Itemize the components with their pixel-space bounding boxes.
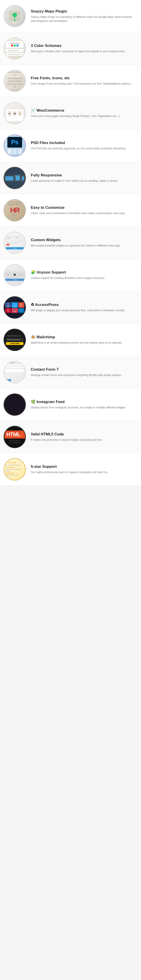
thumb-mailchimp: We promise no... EMAIL ADDRESS SUBSCRIBE: [3, 329, 26, 351]
feature-content-psd: PSD Files included The PSD files are per…: [31, 141, 136, 151]
feature-title-html5: Valid HTML5 Code: [31, 432, 136, 436]
thumb-colors: Select Color Site Background Sidebar Bac…: [3, 37, 26, 60]
feature-desc-contact: Manage contact forms and customize every…: [31, 373, 136, 377]
feature-desc-fonts: Only Google Fonts are being used, Font A…: [31, 82, 136, 86]
feature-desc-psd: The PSD files are perfectly organized, s…: [31, 146, 136, 151]
feature-title-mailchimp: 🐵 Mailchimp: [31, 335, 136, 339]
feature-item-snazzy: Snazzy Maps Plugin Snazzy Maps Plugin is…: [0, 0, 141, 32]
feature-item-unyson: ⊞ ⬛ ✱ + Apply 🧩 Unyson Support Unyson su…: [0, 259, 141, 291]
feature-item-fonts: yummy awards make tons trew for th Site …: [0, 65, 141, 97]
thumb-support: ★★★★★ for Customer Support... ★★★★★ Agen…: [3, 458, 26, 480]
feature-desc-responsive: Looks awesome no matter if Your visitors…: [31, 179, 136, 183]
feature-item-contact: contact form Send Contact Form 7 Manage …: [0, 356, 141, 388]
feature-item-woo: 🛒 WooCommerce There are 6 shop pages (in…: [0, 97, 141, 129]
thumb-widgets: Archive price Blog Display Your Feed tag…: [3, 232, 26, 254]
thumb-access: f3.5K t2.1K g+15.1 ▶4.6K 📷4.4K in4.1: [3, 296, 26, 319]
feature-desc-access: WP plugin to display your social account…: [31, 309, 136, 312]
feature-title-widgets: Custom Widgets: [31, 238, 136, 242]
thumb-html5: HTML5 colorful code ondark background: [3, 426, 26, 448]
feature-title-contact: Contact Form 7: [31, 367, 136, 372]
thumb-instagram: [3, 393, 26, 416]
feature-title-unyson: 🧩 Unyson Support: [31, 270, 136, 275]
feature-content-customize: Easy to Customize Clean, valid, well com…: [31, 205, 136, 215]
feature-content-woo: 🛒 WooCommerce There are 6 shop pages (in…: [31, 108, 136, 118]
feature-desc-instagram: Display photos from Instagram accounts, …: [31, 406, 136, 409]
feature-content-support: 5-star Support Our highly professional t…: [31, 465, 136, 474]
feature-desc-widgets: We created beautiful widgets to represen…: [31, 243, 136, 248]
feature-title-instagram: 🌿 Instagram Feed: [31, 400, 136, 404]
svg-point-15: [13, 113, 16, 115]
feature-desc-snazzy: Snazzy Maps Plugin is a repository of di…: [31, 15, 136, 23]
feature-desc-unyson: Unyson support for creating beautiful cu…: [31, 276, 136, 280]
feature-content-responsive: Fully Responsive Looks awesome no matter…: [31, 173, 136, 183]
feature-title-access: ♻ AccessPress: [31, 302, 136, 307]
feature-title-customize: Easy to Customize: [31, 205, 136, 210]
feature-item-customize: A logo image that appears at th... HR AG…: [0, 194, 141, 227]
feature-content-html5: Valid HTML5 Code It makes site promotion…: [31, 432, 136, 442]
thumb-fonts: yummy awards make tons trew for th Site …: [3, 70, 26, 92]
feature-title-woo: 🛒 WooCommerce: [31, 108, 136, 113]
feature-content-unyson: 🧩 Unyson Support Unyson support for crea…: [31, 270, 136, 280]
thumb-woo: [3, 102, 26, 124]
feature-title-support: 5-star Support: [31, 465, 136, 469]
feature-content-contact: Contact Form 7 Manage contact forms and …: [31, 367, 136, 377]
feature-title-colors: 3 Color Schemes: [31, 43, 136, 48]
feature-content-snazzy: Snazzy Maps Plugin Snazzy Maps Plugin is…: [31, 9, 136, 23]
svg-point-2: [13, 13, 17, 17]
feature-title-responsive: Fully Responsive: [31, 173, 136, 178]
svg-point-4: [14, 20, 16, 21]
feature-content-access: ♻ AccessPress WP plugin to display your …: [31, 302, 136, 312]
thumb-customize: A logo image that appears at th... HR AG…: [3, 199, 26, 221]
feature-desc-woo: There are 6 shop pages (including Single…: [31, 114, 136, 118]
feature-list: Snazzy Maps Plugin Snazzy Maps Plugin is…: [0, 0, 141, 486]
feature-item-instagram: 🌿 Instagram Feed Display photos from Ins…: [0, 388, 141, 421]
feature-content-instagram: 🌿 Instagram Feed Display photos from Ins…: [31, 400, 136, 409]
feature-desc-colors: We've got a flexible color customizer to…: [31, 49, 136, 53]
thumb-psd: Ps: [3, 134, 26, 157]
feature-item-colors: Select Color Site Background Sidebar Bac…: [0, 32, 141, 65]
feature-item-mailchimp: We promise no... EMAIL ADDRESS SUBSCRIBE…: [0, 324, 141, 356]
svg-point-16: [19, 113, 21, 115]
thumb-responsive: [3, 167, 26, 189]
feature-item-access: f3.5K t2.1K g+15.1 ▶4.6K 📷4.4K in4.1 ♻ A…: [0, 291, 141, 324]
feature-item-support: ★★★★★ for Customer Support... ★★★★★ Agen…: [0, 453, 141, 486]
feature-item-widgets: Archive price Blog Display Your Feed tag…: [0, 227, 141, 259]
feature-item-responsive: Fully Responsive Looks awesome no matter…: [0, 162, 141, 194]
feature-content-mailchimp: 🐵 Mailchimp MailChimp is an email market…: [31, 335, 136, 345]
thumb-snazzy: [3, 5, 26, 27]
feature-content-fonts: Free Fonts, Icons, etc Only Google Fonts…: [31, 76, 136, 86]
feature-title-psd: PSD Files included: [31, 141, 136, 145]
feature-content-colors: 3 Color Schemes We've got a flexible col…: [31, 43, 136, 53]
svg-point-14: [8, 113, 11, 115]
feature-desc-support: Our highly professional team of support …: [31, 470, 136, 474]
feature-desc-customize: Clean, valid, well commented & formatted…: [31, 211, 136, 215]
feature-content-widgets: Custom Widgets We created beautiful widg…: [31, 238, 136, 248]
feature-title-fonts: Free Fonts, Icons, etc: [31, 76, 136, 80]
feature-desc-mailchimp: MailChimp is an email marketing service …: [31, 341, 136, 345]
thumb-contact: contact form Send: [3, 361, 26, 383]
feature-title-snazzy: Snazzy Maps Plugin: [31, 9, 136, 14]
feature-desc-html5: It makes site promotion in search engine…: [31, 438, 136, 442]
feature-item-psd: Ps PSD Files included The PSD files are …: [0, 129, 141, 162]
feature-item-html5: HTML5 colorful code ondark background Va…: [0, 421, 141, 453]
thumb-unyson: ⊞ ⬛ ✱ + Apply: [3, 264, 26, 286]
